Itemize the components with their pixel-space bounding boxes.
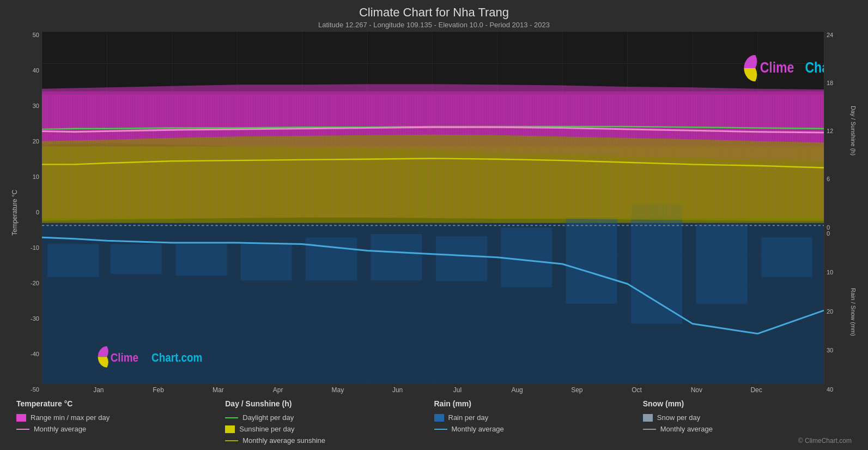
svg-rect-30 [436, 236, 487, 281]
chart-svg: Clime Chart.com Clime Chart.com [42, 32, 824, 383]
svg-rect-32 [566, 218, 617, 304]
rtick-10: 10 [827, 269, 845, 275]
svg-rect-34 [696, 224, 747, 304]
x-tick-sep: Sep [547, 384, 607, 394]
legend-daylight-line [225, 417, 238, 418]
tick-30: 30 [21, 103, 39, 109]
rtick-20: 20 [827, 309, 845, 315]
left-axis: Temperature °C 50 40 30 20 10 0 -10 -20 … [11, 31, 41, 394]
svg-text:Chart.com: Chart.com [805, 59, 824, 76]
tick-n30: -30 [21, 316, 39, 322]
x-tick-apr: Apr [248, 384, 308, 394]
x-axis: Jan Feb Mar Apr May Jun Jul Aug Sep Oct … [69, 384, 786, 394]
legend-sunshine-box: Sunshine per day [225, 425, 434, 433]
legend-temp-range: Range min / max per day [16, 413, 225, 422]
legend-rain-avg: Monthly average [434, 425, 643, 433]
tick-20: 20 [21, 139, 39, 145]
right-axis-label-rain: Rain / Snow (mm) [846, 288, 857, 336]
x-tick-oct: Oct [607, 384, 667, 394]
sunshine-area [42, 135, 824, 221]
legend-rain-box: Rain per day [434, 413, 643, 422]
legend-section: Temperature °C Range min / max per day M… [11, 394, 857, 445]
tick-10: 10 [21, 174, 39, 180]
tick-40: 40 [21, 68, 39, 74]
legend-temp-avg-line [16, 429, 29, 430]
rtick-30: 30 [827, 347, 845, 353]
svg-rect-24 [47, 244, 99, 277]
chart-plot: Clime Chart.com Clime Chart.com [41, 31, 824, 384]
right-axis-label-sunshine: Day / Sunshine (h) [846, 106, 857, 155]
rtick-18: 18 [827, 80, 845, 86]
legend-snow: Snow (mm) Snow per day Monthly average ©… [643, 399, 852, 445]
legend-temperature: Temperature °C Range min / max per day M… [16, 399, 225, 445]
legend-rain-label: Rain per day [448, 413, 489, 422]
svg-text:Clime: Clime [760, 59, 794, 76]
legend-snow-title: Snow (mm) [643, 399, 852, 408]
legend-sunshine: Day / Sunshine (h) Daylight per day Suns… [225, 399, 434, 445]
legend-sunshine-color [225, 425, 235, 433]
tick-n50: -50 [21, 387, 39, 393]
legend-sunshine-avg-line [225, 440, 238, 441]
svg-rect-29 [371, 234, 422, 280]
legend-rain-avg-line [434, 429, 447, 430]
x-tick-jun: Jun [368, 384, 428, 394]
x-tick-dec: Dec [726, 384, 786, 394]
tick-0: 0 [21, 209, 39, 215]
legend-temp-range-label: Range min / max per day [31, 413, 110, 422]
svg-text:Clime: Clime [111, 351, 138, 364]
left-axis-label: Temperature °C [11, 31, 21, 394]
legend-daylight: Daylight per day [225, 413, 434, 422]
x-tick-aug: Aug [487, 384, 547, 394]
left-axis-ticks: 50 40 30 20 10 0 -10 -20 -30 -40 -50 [21, 31, 41, 394]
chart-container: Temperature °C 50 40 30 20 10 0 -10 -20 … [11, 31, 857, 394]
legend-rain-avg-label: Monthly average [452, 425, 504, 433]
tick-n20: -20 [21, 280, 39, 286]
legend-snow-avg-label: Monthly average [660, 425, 713, 433]
subtitle: Latitude 12.267 - Longitude 109.135 - El… [11, 21, 857, 29]
right-ticks: 24 18 12 6 0 0 10 20 30 40 [824, 31, 845, 394]
x-tick-mar: Mar [189, 384, 248, 394]
legend-snow-color [643, 414, 653, 422]
x-tick-nov: Nov [667, 384, 727, 394]
legend-rain: Rain (mm) Rain per day Monthly average [434, 399, 643, 445]
rtick-6: 6 [827, 176, 845, 182]
legend-snow-label: Snow per day [657, 413, 701, 422]
copyright: © ClimeChart.com [643, 436, 852, 445]
svg-rect-35 [761, 237, 812, 277]
legend-rain-title: Rain (mm) [434, 399, 643, 408]
legend-temp-title: Temperature °C [16, 399, 225, 408]
chart-and-xaxis: Clime Chart.com Clime Chart.com Jan Feb … [41, 31, 824, 394]
x-tick-jul: Jul [428, 384, 488, 394]
legend-sunshine-avg-label: Monthly average sunshine [242, 436, 325, 445]
svg-rect-27 [241, 244, 292, 280]
svg-rect-28 [306, 237, 357, 280]
rtick-0bot: 0 [827, 231, 845, 237]
svg-rect-25 [111, 244, 162, 274]
legend-sunshine-avg: Monthly average sunshine [225, 436, 434, 445]
legend-temp-avg-label: Monthly average [34, 425, 86, 433]
legend-snow-avg: Monthly average [643, 425, 852, 433]
legend-sunshine-label: Sunshine per day [239, 425, 294, 433]
svg-rect-33 [631, 204, 682, 323]
title-section: Climate Chart for Nha Trang Latitude 12.… [11, 5, 857, 29]
legend-temp-range-box [16, 414, 26, 422]
tick-50: 50 [21, 32, 39, 38]
page-wrapper: Climate Chart for Nha Trang Latitude 12.… [0, 0, 868, 450]
tick-n10: -10 [21, 245, 39, 251]
main-title: Climate Chart for Nha Trang [11, 5, 857, 20]
rtick-40: 40 [827, 387, 845, 393]
legend-snow-avg-line [643, 429, 656, 430]
svg-rect-26 [175, 244, 227, 275]
x-tick-jan: Jan [69, 384, 129, 394]
legend-sunshine-title: Day / Sunshine (h) [225, 399, 434, 408]
x-tick-feb: Feb [129, 384, 189, 394]
right-axis: 24 18 12 6 0 0 10 20 30 40 Day / Sunshin… [824, 31, 857, 394]
legend-daylight-label: Daylight per day [242, 413, 294, 422]
legend-snow-box: Snow per day [643, 413, 852, 422]
x-tick-may: May [308, 384, 368, 394]
rtick-0top: 0 [827, 225, 845, 231]
legend-rain-color [434, 414, 444, 422]
rtick-24: 24 [827, 32, 845, 38]
legend-temp-avg: Monthly average [16, 425, 225, 433]
tick-n40: -40 [21, 351, 39, 357]
